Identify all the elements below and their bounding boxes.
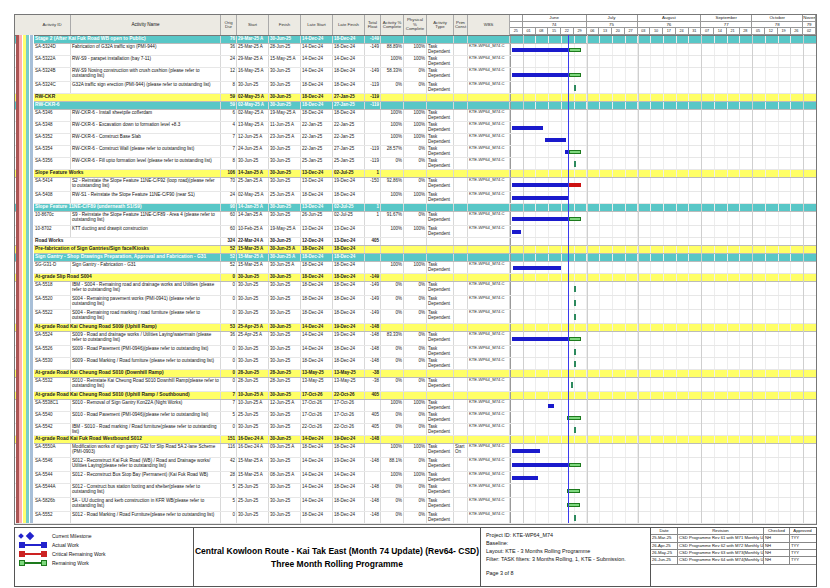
activity-row: SA-5348RW-CKR-6 - Excavation down to for… — [15, 122, 816, 134]
activity-row: SA-5542IBM - S010 - Road marking / Road … — [15, 424, 816, 436]
milestone-tick — [574, 300, 576, 306]
cell-wbs — [468, 238, 510, 245]
cell-pp: 100% — [404, 56, 427, 67]
cell-ap: 88.89% — [381, 44, 404, 55]
page-number: Page 3 of 8 — [486, 569, 645, 577]
activity-name: S012 - Road Marking / Road Furniture(ple… — [71, 512, 221, 523]
cell-ls: 13-Dec-24 — [301, 170, 333, 177]
column-header-at: Activity Type — [427, 15, 454, 35]
cell-wbs: KTE-WP64_M74.C — [468, 122, 510, 133]
timeline-month: June — [523, 15, 587, 21]
revision-row: 26-Apr-25CSD Programme Rev 62 with M72 M… — [651, 543, 816, 550]
cell-ap: 100% — [381, 444, 404, 457]
activity-id: 10-8670c — [15, 212, 71, 225]
cell-fn: 30-Jun-25 — [269, 170, 301, 177]
cell-lf: 18-Dec-24 — [333, 110, 365, 121]
table-column-headers: Activity IDActivity NameOrig DurStartFin… — [15, 15, 510, 35]
cell-lf: 13-May-25 — [333, 370, 365, 377]
cell-mc — [454, 204, 468, 211]
cell-lf: 19-Dec-24 — [333, 324, 365, 331]
cell-fn: 15-May-25 A — [269, 56, 301, 67]
cell-fn: 30-Jun-25 — [269, 146, 301, 157]
cell-pp: 0% — [404, 358, 427, 369]
cell-lf: 18-Dec-24 — [333, 484, 365, 497]
activity-name: S2 - Reinstate the Slope Feature 11NE-C/… — [71, 178, 221, 191]
activity-id: SA-5544A — [15, 484, 71, 497]
activity-row: SA-5324CG32A traffic sign erection (PMI-… — [15, 82, 816, 94]
revision-column-header: Revision — [678, 528, 764, 534]
cell-at: Task Dependent — [427, 56, 454, 67]
column-header-d: Orig Dur — [221, 15, 237, 35]
cell-tf — [365, 444, 381, 457]
group-band-row: RW-CKR5902-May-25 A30-Jun-2518-Dec-2427-… — [15, 94, 816, 102]
activity-row: SA-5518IBM - S004 - Remaining road and d… — [15, 282, 816, 296]
timeline-period: 74 — [523, 22, 587, 27]
bar-sample-icon — [19, 551, 49, 557]
timeline-week: 06 — [587, 28, 600, 34]
cell-d: 0 — [221, 310, 237, 323]
cell-pp: 0% — [404, 296, 427, 309]
remaining-work-bar — [569, 48, 581, 52]
cell-lf: 22-Oct-26 — [333, 392, 365, 399]
cell-d: 7 — [221, 146, 237, 157]
cell-st: 25-Jan-25 A — [237, 178, 269, 191]
cell-d: 53 — [221, 324, 237, 331]
activity-id: SA-5352 — [15, 134, 71, 145]
cell-st: 22-Mar-24 A — [237, 238, 269, 245]
gantt-row — [510, 424, 816, 435]
cell-ls: 18-Dec-24 — [301, 246, 333, 253]
cell-pp: 0% — [404, 310, 427, 323]
cell-at: Task Dependent — [427, 226, 454, 237]
group-band-row: At-grade Slip Road S004030-Jun-2530-Jun-… — [15, 274, 816, 282]
cell-ap: 100% — [381, 56, 404, 67]
cell-lf: 02-Jul-25 — [333, 204, 365, 211]
cell-ls: 13-May-25 — [301, 370, 333, 377]
cell-st: 25-Jun-25 — [237, 484, 269, 497]
gantt-row — [510, 254, 816, 261]
cell-lf: 18-Dec-24 — [333, 274, 365, 281]
cell-ls: 14-Dec-24 — [301, 484, 333, 497]
column-header-mc: Prim Const — [454, 15, 468, 35]
cell-mc — [454, 170, 468, 177]
activity-name: Modification works of sign gantry G32 fo… — [71, 444, 221, 457]
activity-id: SA-5540 — [15, 412, 71, 423]
activity-name: RW-CKR-6 - Fill upto formation level (pl… — [71, 158, 221, 169]
cell-fn: 30-Jun-25 — [269, 282, 301, 295]
cell-lf: 14-Dec-24 — [333, 472, 365, 483]
column-header-wbs: WBS — [468, 15, 510, 35]
cell-pp — [404, 254, 427, 261]
cell-fn: 30-Jun-25 A — [269, 254, 301, 261]
gantt-row — [510, 170, 816, 177]
cell-wbs — [468, 94, 510, 101]
activity-name: IBM - S004 - Remaining road and drainage… — [71, 282, 221, 295]
cell-d: 28 — [221, 472, 237, 483]
cell-ap: 100% — [381, 472, 404, 483]
cell-fn: 09-Jun-25 A — [269, 444, 301, 457]
cell-tf: -149 — [365, 36, 381, 43]
gantt-row — [510, 68, 816, 81]
timeline-week: 20 — [612, 28, 625, 34]
cell-ap — [381, 370, 404, 377]
revision-cell: NH — [764, 550, 790, 556]
cell-ls: 14-Dec-24 — [301, 458, 333, 471]
timeline-period-lead — [510, 22, 523, 27]
cell-at — [427, 370, 454, 377]
gantt-row — [510, 36, 816, 43]
cell-ls: 18-Dec-24 — [301, 94, 333, 101]
cell-lf: 13-Dec-24 — [333, 238, 365, 245]
cell-lf: 18-Dec-24 — [333, 44, 365, 55]
cell-tf — [365, 262, 381, 273]
programme-title-line2: Three Month Rolling Programme — [271, 559, 403, 569]
cell-mc — [454, 262, 468, 273]
cell-d: 52 — [221, 246, 237, 253]
cell-wbs: KTE-WP64_M74.C — [468, 192, 510, 203]
activity-row: SA-5324DFabrication of G32A traffic sign… — [15, 44, 816, 56]
cell-pp: 0% — [404, 412, 427, 423]
gantt-row — [510, 110, 816, 121]
cell-wbs: KTE-WP64_M74.C — [468, 56, 510, 67]
activity-row: 10-8670cS9 - Reinstate the Slope Feature… — [15, 212, 816, 226]
activity-row: SA-5414S2 - Reinstate the Slope Feature … — [15, 178, 816, 192]
cell-ap: 91.67% — [381, 212, 404, 225]
cell-pp: 0% — [404, 82, 427, 93]
cell-d: 36 — [221, 332, 237, 345]
